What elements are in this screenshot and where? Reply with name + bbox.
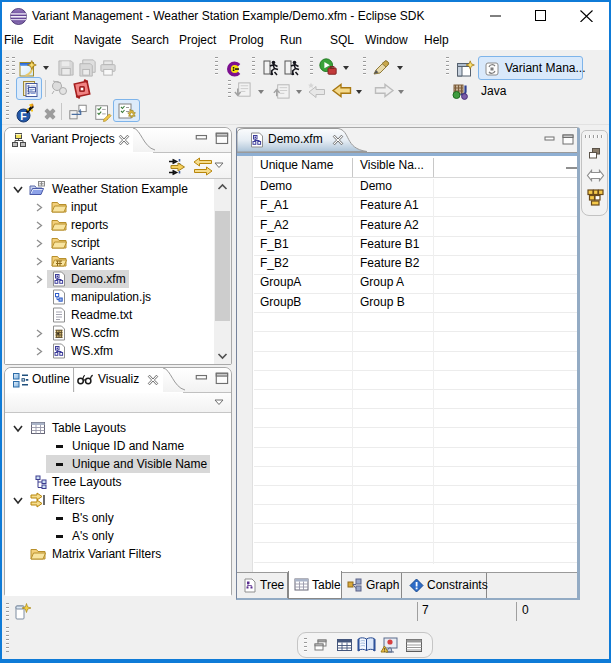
svg-text:!: !	[383, 647, 385, 653]
svg-text:F: F	[20, 110, 27, 122]
